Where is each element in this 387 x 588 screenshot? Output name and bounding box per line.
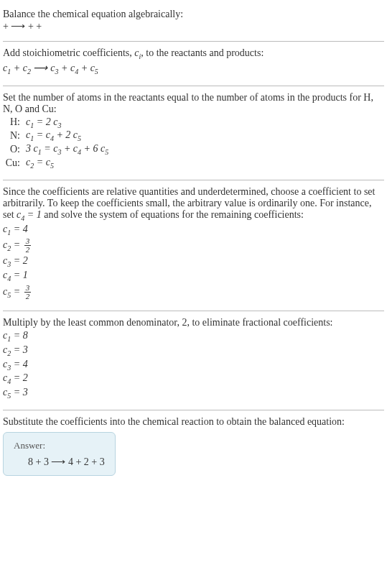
solve-text-c: and solve the system of equations for th… — [42, 209, 304, 220]
atom-row-o: O: 3 c1 = c3 + c4 + 6 c5 — [3, 143, 384, 156]
atom-eq: c1 = c4 + 2 c5 — [26, 129, 81, 142]
atom-row-n: N: c1 = c4 + 2 c5 — [3, 129, 384, 142]
frac-den: 2 — [24, 293, 32, 300]
coef-c3: c3 = 2 — [3, 255, 384, 268]
stoich-post: , to the reactants and products: — [141, 47, 264, 58]
coef-c4: c4 = 1 — [3, 270, 384, 282]
section-atoms: Set the number of atoms in the reactants… — [3, 89, 384, 180]
solve-text: Since the coefficients are relative quan… — [3, 186, 384, 222]
divider — [3, 86, 384, 86]
atom-label: H: — [3, 116, 26, 128]
atom-label: Cu: — [3, 157, 26, 169]
intro-line1: Balance the chemical equation algebraica… — [3, 9, 384, 20]
atom-eq: c2 = c5 — [26, 157, 54, 170]
stoich-text: Add stoichiometric coefficients, ci, to … — [3, 47, 384, 60]
coef-c5: c5 = 32 — [3, 284, 384, 300]
section-substitute: Substitute the coefficients into the che… — [3, 413, 384, 484]
frac-den: 2 — [24, 246, 32, 254]
answer-equation: 8 + 3 ⟶ 4 + 2 + 3 — [14, 456, 105, 468]
divider — [3, 41, 384, 42]
arrow: ⟶ — [33, 62, 50, 73]
multiply-text: Multiply by the least common denominator… — [3, 317, 384, 329]
coef-c1: c1 = 4 — [3, 224, 384, 236]
atom-table: H: c1 = 2 c3 N: c1 = c4 + 2 c5 O: 3 c1 =… — [3, 116, 384, 170]
mcoef-c5: c5 = 3 — [3, 387, 384, 400]
section-balance-intro: Balance the chemical equation algebraica… — [3, 6, 384, 42]
divider — [3, 410, 384, 410]
ci-var: ci — [134, 47, 141, 58]
atom-row-h: H: c1 = 2 c3 — [3, 116, 384, 129]
atom-row-cu: Cu: c2 = c5 — [3, 157, 384, 170]
section-multiply: Multiply by the least common denominator… — [3, 314, 384, 410]
section-solve: Since the coefficients are relative quan… — [3, 183, 384, 311]
divider — [3, 180, 384, 180]
atom-label: O: — [3, 144, 26, 155]
mcoef-c2: c2 = 3 — [3, 344, 384, 357]
mcoef-c1: c1 = 8 — [3, 330, 384, 343]
coef-c2: c2 = 32 — [3, 237, 384, 254]
section-stoich: Add stoichiometric coefficients, ci, to … — [3, 45, 384, 86]
stoich-equation: c1 + c2 ⟶ c3 + c4 + c5 — [3, 62, 384, 75]
divider — [3, 311, 384, 311]
substitute-text: Substitute the coefficients into the che… — [3, 416, 384, 428]
atom-eq: c1 = 2 c3 — [26, 116, 61, 129]
atom-eq: 3 c1 = c3 + c4 + 6 c5 — [26, 143, 108, 156]
intro-line2: + ⟶ + + — [3, 20, 384, 32]
stoich-pre: Add stoichiometric coefficients, — [3, 47, 134, 58]
mcoef-c4: c4 = 2 — [3, 372, 384, 385]
atoms-intro: Set the number of atoms in the reactants… — [3, 92, 384, 115]
answer-label: Answer: — [14, 440, 105, 451]
atom-label: N: — [3, 130, 26, 142]
answer-box: Answer: 8 + 3 ⟶ 4 + 2 + 3 — [3, 432, 116, 476]
c4-set: c4 = 1 — [17, 209, 42, 220]
mcoef-c3: c3 = 4 — [3, 359, 384, 372]
